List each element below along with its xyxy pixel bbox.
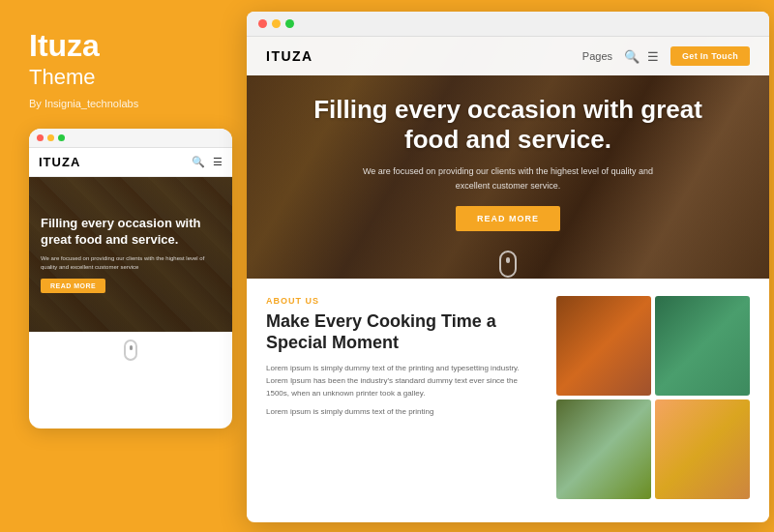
desktop-dot-green	[285, 19, 294, 28]
mobile-scroll-dot	[130, 345, 133, 350]
hero-scroll-indicator	[247, 251, 769, 279]
hero-description: We are focused on providing our clients …	[363, 164, 653, 192]
scroll-dot	[506, 257, 510, 263]
mobile-scroll-indicator	[29, 332, 232, 365]
mobile-hero-subtitle: We are focused on providing our clients …	[41, 254, 221, 271]
content-para-2: Lorem ipsum is simply dumms text of the …	[266, 406, 541, 419]
mobile-hero-title: Filling every occasion with great food a…	[41, 216, 221, 249]
mobile-logo: ITUZA	[39, 155, 80, 169]
mobile-read-more-button[interactable]: READ MORE	[41, 279, 105, 293]
hero-main-title: Filling every occasion with great food a…	[305, 95, 711, 155]
mobile-hero: Filling every occasion with great food a…	[29, 177, 232, 332]
desktop-nav-pages: Pages	[582, 50, 612, 62]
content-para-1: Lorem ipsum is simply dummy text of the …	[266, 363, 541, 399]
content-text: ABOUT US Make Every Cooking Time a Speci…	[266, 296, 541, 499]
left-panel: Ituza Theme By Insignia_technolabs ITUZA…	[0, 0, 240, 532]
hero-content: Filling every occasion with great food a…	[247, 75, 769, 251]
mobile-scroll-oval	[124, 340, 137, 361]
desktop-nav: ITUZA Pages 🔍 ☰ Get In Touch	[247, 37, 769, 75]
desktop-content: ABOUT US Make Every Cooking Time a Speci…	[247, 279, 769, 517]
mobile-nav: ITUZA 🔍 ☰	[29, 148, 232, 177]
content-main-title: Make Every Cooking Time a Special Moment	[266, 311, 541, 353]
desktop-hero: ITUZA Pages 🔍 ☰ Get In Touch Filling eve…	[247, 37, 769, 279]
mobile-nav-icons: 🔍 ☰	[192, 156, 223, 168]
desktop-mockup: ITUZA Pages 🔍 ☰ Get In Touch Filling eve…	[247, 12, 769, 522]
food-image-1	[556, 296, 651, 396]
mobile-search-icon[interactable]: 🔍	[192, 156, 205, 168]
mobile-dot-green	[58, 134, 65, 141]
desktop-logo: ITUZA	[266, 48, 313, 64]
mobile-dot-yellow	[47, 134, 54, 141]
food-image-3	[556, 399, 651, 499]
food-image-2	[655, 296, 750, 396]
mobile-mockup: ITUZA 🔍 ☰ Filling every occasion with gr…	[29, 129, 232, 429]
brand-by: By Insignia_technolabs	[29, 98, 221, 109]
brand-title: Ituza	[29, 29, 221, 63]
scroll-oval	[499, 251, 517, 278]
brand-subtitle: Theme	[29, 65, 221, 90]
desktop-browser-bar	[247, 12, 769, 37]
mobile-browser-bar	[29, 129, 232, 148]
mobile-dot-red	[37, 134, 44, 141]
content-images	[556, 296, 750, 499]
food-image-4	[655, 399, 750, 499]
desktop-dot-red	[258, 19, 267, 28]
desktop-nav-icons: 🔍 ☰	[624, 49, 659, 64]
desktop-nav-right: Pages 🔍 ☰ Get In Touch	[582, 46, 750, 66]
desktop-menu-icon[interactable]: ☰	[647, 49, 659, 64]
about-us-label: ABOUT US	[266, 296, 541, 306]
desktop-dot-yellow	[272, 19, 281, 28]
desktop-search-icon[interactable]: 🔍	[624, 49, 640, 64]
hero-read-more-button[interactable]: READ MORE	[456, 206, 560, 231]
get-in-touch-button[interactable]: Get In Touch	[670, 46, 750, 66]
mobile-menu-icon[interactable]: ☰	[213, 156, 223, 168]
